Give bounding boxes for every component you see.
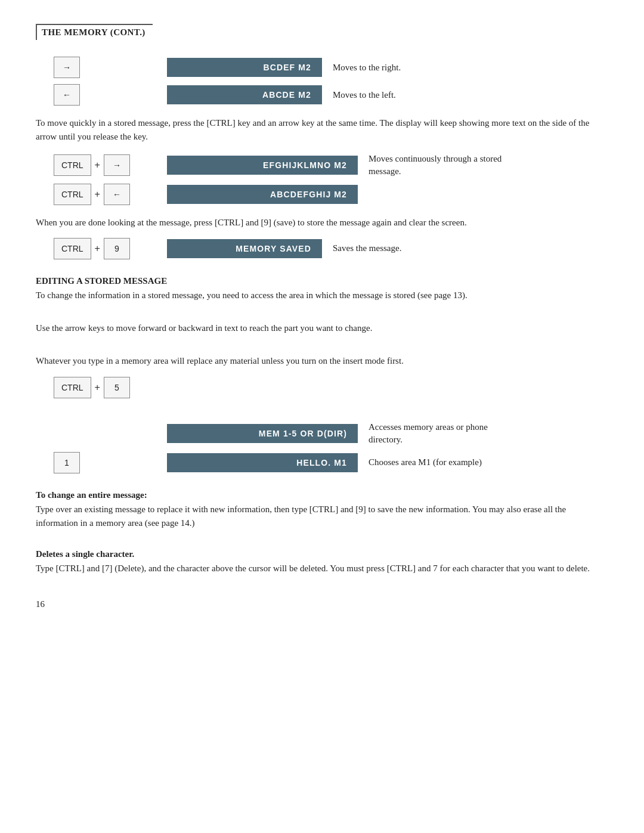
left-arrow-icon: ← <box>63 90 71 100</box>
right-arrow-row: → BCDEF M2 Moves to the right. <box>36 57 608 78</box>
ctrl-key-3: CTRL <box>54 238 91 259</box>
five-key: 5 <box>104 377 130 398</box>
ctrl-left-row: CTRL + ← ABCDEFGHIJ M2 <box>36 184 608 205</box>
ctrl-key-1: CTRL <box>54 154 91 176</box>
plus-4: + <box>95 382 100 393</box>
right-desc: Moves to the right. <box>333 61 401 74</box>
editing-para1: To change the information in a stored me… <box>36 289 608 302</box>
mem-display: MEM 1-5 OR D(DIR) <box>167 424 358 443</box>
mem-row: MEM 1-5 OR D(DIR) Accesses memory areas … <box>36 421 608 446</box>
hello-display: HELLO. M1 <box>167 453 358 472</box>
ctrl-right-row: CTRL + → EFGHIJKLMNO M2 Moves continuous… <box>36 153 608 178</box>
ctrl-arrow-section: CTRL + → EFGHIJKLMNO M2 Moves continuous… <box>36 153 608 205</box>
page-title: THE MEMORY (CONT.) <box>42 27 145 37</box>
delete-para: Type [CTRL] and [7] (Delete), and the ch… <box>36 562 608 575</box>
page-number: 16 <box>36 599 608 609</box>
arrow-rows-section: → BCDEF M2 Moves to the right. ← ABCDE M… <box>36 57 608 106</box>
ctrl-right-arrow-key: → <box>104 154 130 176</box>
ctrl-left-arrow-icon: ← <box>113 190 121 199</box>
ctrl-key-2: CTRL <box>54 184 91 205</box>
para2: When you are done looking at the message… <box>36 216 608 230</box>
abcde-display: ABCDE M2 <box>167 85 322 104</box>
ctrl-left-arrow-key: ← <box>104 184 130 205</box>
save-row: CTRL + 9 MEMORY SAVED Saves the message. <box>36 238 608 259</box>
ctrl-key-4: CTRL <box>54 377 91 398</box>
editing-para2: Use the arrow keys to move forward or ba… <box>36 321 608 335</box>
change-heading: To change an entire message: <box>36 490 608 500</box>
plus-3: + <box>95 243 100 254</box>
one-key: 1 <box>54 452 80 473</box>
ctrl-right-arrow-icon: → <box>113 160 121 170</box>
ctrl-right-desc: Moves continuously through a stored mess… <box>369 153 524 178</box>
plus-1: + <box>95 160 100 171</box>
plus-2: + <box>95 189 100 200</box>
memory-saved-display: MEMORY SAVED <box>167 239 322 258</box>
mem-desc: Accesses memory areas or phone directory… <box>369 421 524 446</box>
ctrl5-row: CTRL + 5 <box>36 377 608 398</box>
right-arrow-icon: → <box>63 63 71 72</box>
page-header: THE MEMORY (CONT.) <box>36 24 153 40</box>
left-arrow-key: ← <box>54 84 80 106</box>
editing-heading: EDITING A STORED MESSAGE <box>36 276 608 286</box>
bcdef-display: BCDEF M2 <box>167 58 322 77</box>
para1: To move quickly in a stored message, pre… <box>36 116 608 144</box>
efg-display: EFGHIJKLMNO M2 <box>167 156 358 175</box>
abcdefghij-display: ABCDEFGHIJ M2 <box>167 185 358 204</box>
right-arrow-key: → <box>54 57 80 78</box>
hello-row: 1 HELLO. M1 Chooses area M1 (for example… <box>36 452 608 473</box>
left-arrow-row: ← ABCDE M2 Moves to the left. <box>36 84 608 106</box>
nine-key: 9 <box>104 238 130 259</box>
hello-desc: Chooses area M1 (for example) <box>369 456 482 469</box>
delete-heading: Deletes a single character. <box>36 549 608 559</box>
change-para: Type over an existing message to replace… <box>36 503 608 531</box>
save-desc: Saves the message. <box>333 242 401 255</box>
editing-para3: Whatever you type in a memory area will … <box>36 354 608 368</box>
left-desc: Moves to the left. <box>333 89 396 101</box>
